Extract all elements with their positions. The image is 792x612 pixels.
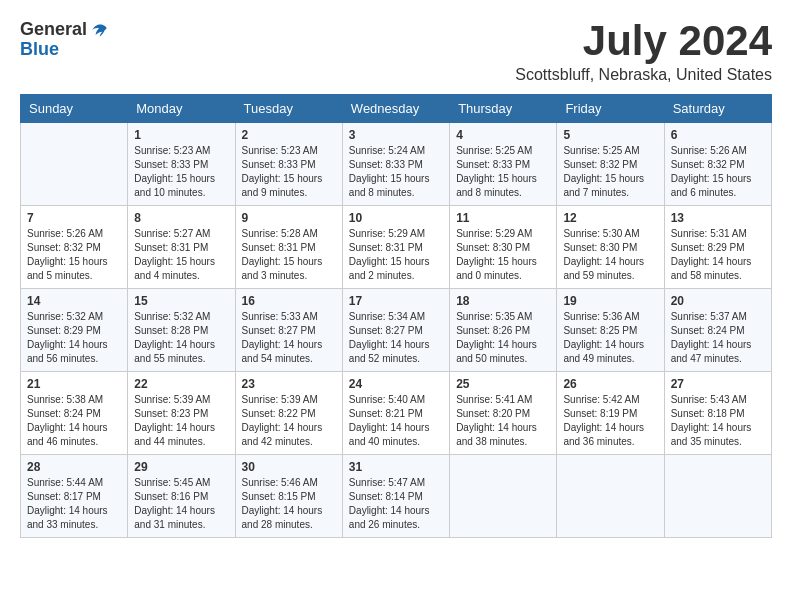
- day-number: 9: [242, 211, 336, 225]
- week-row-5: 28Sunrise: 5:44 AM Sunset: 8:17 PM Dayli…: [21, 455, 772, 538]
- calendar-cell: 5Sunrise: 5:25 AM Sunset: 8:32 PM Daylig…: [557, 123, 664, 206]
- calendar-cell: 28Sunrise: 5:44 AM Sunset: 8:17 PM Dayli…: [21, 455, 128, 538]
- day-number: 10: [349, 211, 443, 225]
- day-number: 29: [134, 460, 228, 474]
- day-number: 2: [242, 128, 336, 142]
- cell-content: Sunrise: 5:38 AM Sunset: 8:24 PM Dayligh…: [27, 393, 121, 449]
- day-number: 15: [134, 294, 228, 308]
- calendar-cell: 21Sunrise: 5:38 AM Sunset: 8:24 PM Dayli…: [21, 372, 128, 455]
- day-number: 24: [349, 377, 443, 391]
- day-number: 20: [671, 294, 765, 308]
- cell-content: Sunrise: 5:32 AM Sunset: 8:29 PM Dayligh…: [27, 310, 121, 366]
- cell-content: Sunrise: 5:41 AM Sunset: 8:20 PM Dayligh…: [456, 393, 550, 449]
- header-sunday: Sunday: [21, 95, 128, 123]
- day-number: 5: [563, 128, 657, 142]
- calendar-cell: 22Sunrise: 5:39 AM Sunset: 8:23 PM Dayli…: [128, 372, 235, 455]
- calendar-cell: 26Sunrise: 5:42 AM Sunset: 8:19 PM Dayli…: [557, 372, 664, 455]
- cell-content: Sunrise: 5:44 AM Sunset: 8:17 PM Dayligh…: [27, 476, 121, 532]
- day-number: 23: [242, 377, 336, 391]
- calendar-cell: 25Sunrise: 5:41 AM Sunset: 8:20 PM Dayli…: [450, 372, 557, 455]
- day-number: 26: [563, 377, 657, 391]
- cell-content: Sunrise: 5:26 AM Sunset: 8:32 PM Dayligh…: [671, 144, 765, 200]
- calendar-table: SundayMondayTuesdayWednesdayThursdayFrid…: [20, 94, 772, 538]
- day-number: 22: [134, 377, 228, 391]
- cell-content: Sunrise: 5:34 AM Sunset: 8:27 PM Dayligh…: [349, 310, 443, 366]
- calendar-cell: 23Sunrise: 5:39 AM Sunset: 8:22 PM Dayli…: [235, 372, 342, 455]
- day-number: 30: [242, 460, 336, 474]
- cell-content: Sunrise: 5:23 AM Sunset: 8:33 PM Dayligh…: [134, 144, 228, 200]
- calendar-cell: 10Sunrise: 5:29 AM Sunset: 8:31 PM Dayli…: [342, 206, 449, 289]
- week-row-4: 21Sunrise: 5:38 AM Sunset: 8:24 PM Dayli…: [21, 372, 772, 455]
- cell-content: Sunrise: 5:23 AM Sunset: 8:33 PM Dayligh…: [242, 144, 336, 200]
- cell-content: Sunrise: 5:31 AM Sunset: 8:29 PM Dayligh…: [671, 227, 765, 283]
- cell-content: Sunrise: 5:28 AM Sunset: 8:31 PM Dayligh…: [242, 227, 336, 283]
- cell-content: Sunrise: 5:26 AM Sunset: 8:32 PM Dayligh…: [27, 227, 121, 283]
- day-number: 28: [27, 460, 121, 474]
- calendar-cell: 24Sunrise: 5:40 AM Sunset: 8:21 PM Dayli…: [342, 372, 449, 455]
- page-header: General Blue July 2024 Scottsbluff, Nebr…: [20, 20, 772, 84]
- day-number: 6: [671, 128, 765, 142]
- logo: General Blue: [20, 20, 109, 60]
- cell-content: Sunrise: 5:37 AM Sunset: 8:24 PM Dayligh…: [671, 310, 765, 366]
- cell-content: Sunrise: 5:42 AM Sunset: 8:19 PM Dayligh…: [563, 393, 657, 449]
- logo-bird-icon: [89, 20, 109, 40]
- week-row-3: 14Sunrise: 5:32 AM Sunset: 8:29 PM Dayli…: [21, 289, 772, 372]
- cell-content: Sunrise: 5:46 AM Sunset: 8:15 PM Dayligh…: [242, 476, 336, 532]
- cell-content: Sunrise: 5:32 AM Sunset: 8:28 PM Dayligh…: [134, 310, 228, 366]
- day-number: 4: [456, 128, 550, 142]
- day-number: 8: [134, 211, 228, 225]
- cell-content: Sunrise: 5:47 AM Sunset: 8:14 PM Dayligh…: [349, 476, 443, 532]
- header-friday: Friday: [557, 95, 664, 123]
- cell-content: Sunrise: 5:25 AM Sunset: 8:32 PM Dayligh…: [563, 144, 657, 200]
- cell-content: Sunrise: 5:24 AM Sunset: 8:33 PM Dayligh…: [349, 144, 443, 200]
- cell-content: Sunrise: 5:25 AM Sunset: 8:33 PM Dayligh…: [456, 144, 550, 200]
- cell-content: Sunrise: 5:45 AM Sunset: 8:16 PM Dayligh…: [134, 476, 228, 532]
- cell-content: Sunrise: 5:29 AM Sunset: 8:31 PM Dayligh…: [349, 227, 443, 283]
- calendar-cell: 11Sunrise: 5:29 AM Sunset: 8:30 PM Dayli…: [450, 206, 557, 289]
- cell-content: Sunrise: 5:35 AM Sunset: 8:26 PM Dayligh…: [456, 310, 550, 366]
- day-number: 18: [456, 294, 550, 308]
- day-number: 17: [349, 294, 443, 308]
- week-row-2: 7Sunrise: 5:26 AM Sunset: 8:32 PM Daylig…: [21, 206, 772, 289]
- cell-content: Sunrise: 5:40 AM Sunset: 8:21 PM Dayligh…: [349, 393, 443, 449]
- calendar-cell: 20Sunrise: 5:37 AM Sunset: 8:24 PM Dayli…: [664, 289, 771, 372]
- week-row-1: 1Sunrise: 5:23 AM Sunset: 8:33 PM Daylig…: [21, 123, 772, 206]
- calendar-cell: 31Sunrise: 5:47 AM Sunset: 8:14 PM Dayli…: [342, 455, 449, 538]
- calendar-cell: 29Sunrise: 5:45 AM Sunset: 8:16 PM Dayli…: [128, 455, 235, 538]
- day-number: 7: [27, 211, 121, 225]
- day-number: 11: [456, 211, 550, 225]
- calendar-cell: 15Sunrise: 5:32 AM Sunset: 8:28 PM Dayli…: [128, 289, 235, 372]
- day-number: 12: [563, 211, 657, 225]
- title-section: July 2024 Scottsbluff, Nebraska, United …: [515, 20, 772, 84]
- calendar-cell: 3Sunrise: 5:24 AM Sunset: 8:33 PM Daylig…: [342, 123, 449, 206]
- calendar-cell: 6Sunrise: 5:26 AM Sunset: 8:32 PM Daylig…: [664, 123, 771, 206]
- header-thursday: Thursday: [450, 95, 557, 123]
- calendar-cell: 4Sunrise: 5:25 AM Sunset: 8:33 PM Daylig…: [450, 123, 557, 206]
- calendar-cell: 2Sunrise: 5:23 AM Sunset: 8:33 PM Daylig…: [235, 123, 342, 206]
- cell-content: Sunrise: 5:39 AM Sunset: 8:23 PM Dayligh…: [134, 393, 228, 449]
- calendar-cell: [21, 123, 128, 206]
- calendar-cell: 14Sunrise: 5:32 AM Sunset: 8:29 PM Dayli…: [21, 289, 128, 372]
- calendar-cell: 27Sunrise: 5:43 AM Sunset: 8:18 PM Dayli…: [664, 372, 771, 455]
- calendar-cell: 13Sunrise: 5:31 AM Sunset: 8:29 PM Dayli…: [664, 206, 771, 289]
- cell-content: Sunrise: 5:43 AM Sunset: 8:18 PM Dayligh…: [671, 393, 765, 449]
- calendar-cell: 12Sunrise: 5:30 AM Sunset: 8:30 PM Dayli…: [557, 206, 664, 289]
- cell-content: Sunrise: 5:30 AM Sunset: 8:30 PM Dayligh…: [563, 227, 657, 283]
- calendar-cell: 30Sunrise: 5:46 AM Sunset: 8:15 PM Dayli…: [235, 455, 342, 538]
- location-title: Scottsbluff, Nebraska, United States: [515, 66, 772, 84]
- calendar-cell: 1Sunrise: 5:23 AM Sunset: 8:33 PM Daylig…: [128, 123, 235, 206]
- day-number: 13: [671, 211, 765, 225]
- cell-content: Sunrise: 5:29 AM Sunset: 8:30 PM Dayligh…: [456, 227, 550, 283]
- cell-content: Sunrise: 5:33 AM Sunset: 8:27 PM Dayligh…: [242, 310, 336, 366]
- cell-content: Sunrise: 5:36 AM Sunset: 8:25 PM Dayligh…: [563, 310, 657, 366]
- calendar-cell: [664, 455, 771, 538]
- cell-content: Sunrise: 5:27 AM Sunset: 8:31 PM Dayligh…: [134, 227, 228, 283]
- day-number: 1: [134, 128, 228, 142]
- day-number: 19: [563, 294, 657, 308]
- calendar-header-row: SundayMondayTuesdayWednesdayThursdayFrid…: [21, 95, 772, 123]
- calendar-cell: 17Sunrise: 5:34 AM Sunset: 8:27 PM Dayli…: [342, 289, 449, 372]
- day-number: 25: [456, 377, 550, 391]
- month-title: July 2024: [515, 20, 772, 62]
- calendar-cell: 9Sunrise: 5:28 AM Sunset: 8:31 PM Daylig…: [235, 206, 342, 289]
- logo-general-text: General: [20, 20, 87, 40]
